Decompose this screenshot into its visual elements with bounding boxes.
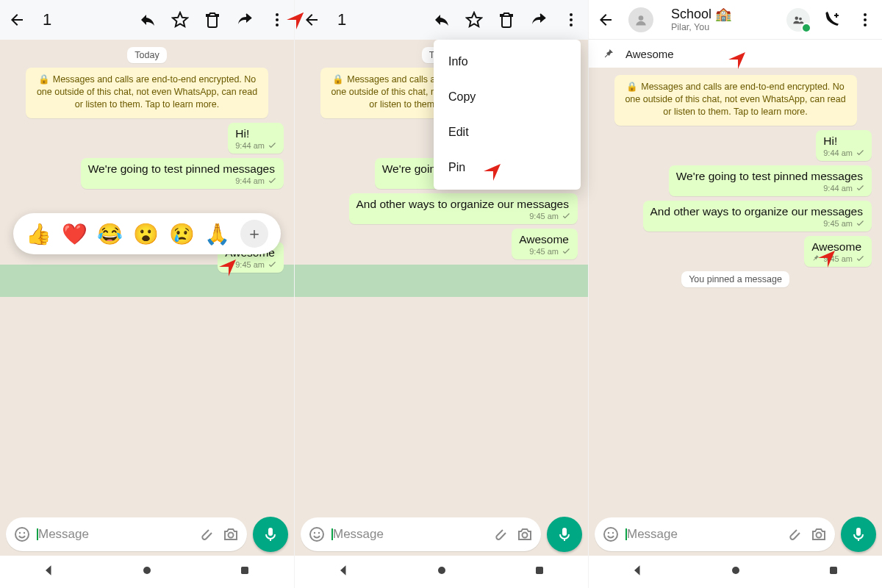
forward-icon[interactable]: [235, 10, 254, 29]
mic-button[interactable]: [841, 517, 876, 552]
call-add-icon[interactable]: [823, 10, 842, 29]
emoji-thumbs-up[interactable]: 👍: [26, 222, 51, 246]
encryption-notice[interactable]: 🔒Messages and calls are end-to-end encry…: [614, 75, 857, 126]
menu-info[interactable]: Info: [434, 44, 581, 79]
nav-home-icon[interactable]: [434, 563, 449, 581]
date-chip: Today: [127, 47, 166, 63]
nav-recent-icon[interactable]: [532, 563, 547, 581]
group-avatar[interactable]: [628, 7, 653, 32]
nav-home-icon[interactable]: [728, 563, 743, 581]
message-input[interactable]: Message: [595, 517, 835, 551]
emoji-heart[interactable]: ❤️: [62, 222, 87, 246]
nav-back-icon[interactable]: [337, 563, 351, 581]
pin-icon: [602, 47, 615, 60]
screenshot-1: 1 Today 🔒Messages and calls are end-to-e…: [0, 0, 294, 588]
message-bubble-pinned[interactable]: Awesome 9:45 am: [804, 236, 872, 267]
message-bubble[interactable]: We're going to test pinned messages 9:44…: [81, 158, 284, 189]
menu-copy[interactable]: Copy: [434, 79, 581, 115]
message-bubble[interactable]: We're going to test pinned messages 9:44…: [669, 165, 872, 196]
camera-icon[interactable]: [222, 526, 240, 543]
emoji-wow[interactable]: 😮: [133, 222, 159, 246]
emoji-pray[interactable]: 🙏: [204, 222, 230, 246]
forward-icon[interactable]: [529, 10, 548, 29]
composer: Message: [0, 513, 294, 556]
message-placeholder: Message: [333, 527, 484, 542]
star-icon[interactable]: [171, 10, 190, 29]
reaction-picker[interactable]: 👍 ❤️ 😂 😮 😢 🙏 ＋: [13, 213, 281, 254]
trash-icon[interactable]: [497, 10, 516, 29]
emoji-joy[interactable]: 😂: [97, 222, 123, 246]
back-icon[interactable]: [302, 10, 321, 29]
nav-back-icon[interactable]: [42, 563, 57, 581]
more-icon[interactable]: [268, 10, 287, 29]
more-icon[interactable]: [562, 10, 581, 29]
nav-recent-icon[interactable]: [826, 563, 841, 581]
trash-icon[interactable]: [203, 10, 222, 29]
nav-recent-icon[interactable]: [237, 563, 252, 581]
encryption-notice[interactable]: 🔒Messages and calls are end-to-end encry…: [26, 68, 268, 118]
reply-icon[interactable]: [432, 10, 451, 29]
android-navbar: [295, 556, 588, 588]
camera-icon[interactable]: [516, 526, 534, 543]
mic-button[interactable]: [253, 517, 288, 552]
attach-icon[interactable]: [197, 526, 215, 543]
selection-count: 1: [337, 10, 346, 29]
emoji-more-icon[interactable]: ＋: [240, 220, 268, 248]
message-input[interactable]: Message: [301, 517, 541, 551]
message-bubble-selected[interactable]: Awesome 9:45 am: [512, 229, 578, 259]
screenshot-3: School 🏫 Pilar, You Awesome 🔒Messages an…: [588, 0, 882, 588]
message-bubble[interactable]: Hi! 9:44 am: [228, 123, 284, 154]
camera-icon[interactable]: [810, 526, 828, 543]
more-icon[interactable]: [856, 10, 875, 29]
attach-icon[interactable]: [785, 526, 803, 543]
message-input[interactable]: Message: [6, 517, 247, 551]
group-title[interactable]: School 🏫 Pilar, You: [671, 7, 731, 32]
chat-body: Today 🔒Messages and calls are end-to-end…: [0, 40, 294, 588]
android-navbar: [0, 556, 294, 588]
back-icon[interactable]: [7, 10, 26, 29]
android-navbar: [589, 556, 882, 588]
emoji-icon[interactable]: [308, 526, 326, 543]
system-message: You pinned a message: [681, 271, 789, 287]
composer: Message: [295, 513, 588, 556]
pinned-text: Awesome: [625, 48, 674, 60]
overflow-menu: Info Copy Edit Pin: [434, 40, 581, 190]
star-icon[interactable]: [465, 10, 484, 29]
selection-toolbar: 1: [0, 0, 294, 40]
composer: Message: [589, 513, 882, 556]
emoji-icon[interactable]: [13, 526, 31, 543]
menu-pin[interactable]: Pin: [434, 150, 581, 185]
mic-button[interactable]: [547, 517, 582, 552]
message-placeholder: Message: [627, 527, 778, 542]
screenshot-2: 1 Today 🔒Messages and calls are end-to-e…: [294, 0, 588, 588]
emoji-icon[interactable]: [602, 526, 620, 543]
selection-count: 1: [43, 10, 51, 29]
reply-icon[interactable]: [138, 10, 157, 29]
nav-back-icon[interactable]: [631, 563, 645, 581]
back-icon[interactable]: [596, 10, 615, 29]
message-bubble[interactable]: Hi! 9:44 am: [816, 130, 872, 161]
attach-icon[interactable]: [491, 526, 509, 543]
nav-home-icon[interactable]: [140, 563, 154, 581]
menu-edit[interactable]: Edit: [434, 115, 581, 150]
pin-icon: [811, 254, 820, 264]
message-bubble[interactable]: And other ways to organize our messages …: [349, 193, 578, 224]
videocall-icon[interactable]: [786, 8, 810, 32]
message-placeholder: Message: [38, 527, 190, 542]
pinned-banner[interactable]: Awesome: [589, 40, 882, 68]
selection-toolbar: 1: [295, 0, 588, 40]
message-bubble[interactable]: And other ways to organize our messages …: [643, 201, 872, 232]
emoji-sad[interactable]: 😢: [169, 222, 195, 246]
chat-header: School 🏫 Pilar, You: [589, 0, 882, 40]
chat-body: 🔒Messages and calls are end-to-end encry…: [589, 68, 882, 588]
